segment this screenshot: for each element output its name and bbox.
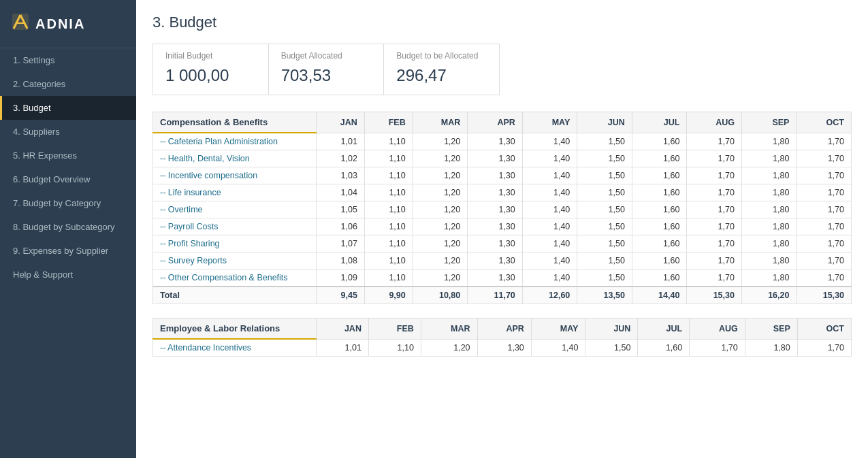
row-value: 1,70 [797,167,852,184]
table1-container-table: Compensation & BenefitsJANFEBMARAPRMAYJU… [152,112,852,304]
sidebar-item-help-support[interactable]: Help & Support [0,263,136,287]
row-value: 1,70 [687,150,742,167]
row-value: 1,10 [364,150,413,167]
table-row: -- Incentive compensation1,031,101,201,3… [153,167,852,184]
row-value: 1,40 [531,339,585,357]
row-value: 1,50 [585,339,638,357]
table-row: -- Overtime1,051,101,201,301,401,501,601… [153,201,852,218]
row-value: 1,80 [741,269,797,287]
row-value: 1,70 [797,269,852,287]
sidebar-item-hr-expenses[interactable]: 5. HR Expenses [0,144,136,167]
total-value: 10,80 [413,287,468,304]
row-value: 1,20 [413,235,468,252]
total-value: 15,30 [687,287,742,304]
row-label: -- Health, Dental, Vision [153,150,317,167]
table-row: -- Health, Dental, Vision1,021,101,201,3… [153,150,852,167]
row-label: -- Incentive compensation [153,167,317,184]
row-value: 1,05 [317,201,365,218]
row-value: 1,70 [687,167,742,184]
row-value: 1,09 [317,269,365,287]
row-label: -- Profit Sharing [153,235,317,252]
col-header-aug: AUG [687,112,742,133]
nav-list: 1. Settings2. Categories3. Budget4. Supp… [0,48,136,287]
row-value: 1,70 [797,201,852,218]
col-header-mar: MAR [413,112,468,133]
col-header-apr: APR [477,318,531,340]
sidebar-item-budget[interactable]: 3. Budget [0,96,136,120]
budget-allocated-label: Budget Allocated [281,51,372,61]
category-header: Employee & Labor Relations [153,318,317,340]
row-value: 1,10 [364,133,413,150]
row-value: 1,40 [522,269,577,287]
row-value: 1,20 [413,184,468,201]
row-value: 1,40 [522,201,577,218]
row-value: 1,70 [687,201,742,218]
row-value: 1,80 [741,167,797,184]
row-value: 1,50 [577,201,632,218]
row-label: -- Overtime [153,201,317,218]
row-value: 1,80 [741,133,797,150]
row-value: 1,10 [364,269,413,287]
row-value: 1,10 [364,218,413,235]
row-value: 1,50 [577,150,632,167]
total-value: 16,20 [741,287,797,304]
row-value: 1,30 [477,339,531,357]
col-header-may: MAY [531,318,585,340]
col-header-feb: FEB [364,112,413,133]
summary-cards: Initial Budget 1 000,00 Budget Allocated… [152,44,500,95]
col-header-jan: JAN [317,112,365,133]
col-header-oct: OCT [797,318,851,340]
row-value: 1,60 [632,167,687,184]
row-value: 1,10 [368,339,421,357]
col-header-aug: AUG [690,318,745,340]
sidebar-item-categories[interactable]: 2. Categories [0,72,136,96]
row-value: 1,60 [632,218,687,235]
row-value: 1,60 [632,269,687,287]
row-value: 1,30 [468,235,523,252]
row-value: 1,80 [741,235,797,252]
table2-container-table: Employee & Labor RelationsJANFEBMARAPRMA… [152,318,852,357]
row-value: 1,30 [468,218,523,235]
row-value: 1,60 [632,150,687,167]
col-header-jan: JAN [317,318,369,340]
row-value: 1,70 [687,133,742,150]
budget-allocated-value: 703,53 [281,66,372,85]
row-value: 1,30 [468,201,523,218]
row-value: 1,40 [522,167,577,184]
sidebar-item-suppliers[interactable]: 4. Suppliers [0,120,136,144]
total-value: 9,90 [364,287,413,304]
row-value: 1,20 [421,339,477,357]
row-value: 1,30 [468,184,523,201]
sidebar-item-budget-by-category[interactable]: 7. Budget by Category [0,191,136,215]
row-value: 1,70 [797,218,852,235]
row-value: 1,08 [317,252,365,269]
row-value: 1,30 [468,167,523,184]
row-value: 1,50 [577,184,632,201]
row-value: 1,70 [687,269,742,287]
row-value: 1,20 [413,218,468,235]
row-label: -- Attendance Incentives [153,339,317,357]
sidebar-item-budget-by-subcategory[interactable]: 8. Budget by Subcategory [0,215,136,239]
row-value: 1,40 [522,235,577,252]
col-header-jun: JUN [585,318,638,340]
total-value: 12,60 [522,287,577,304]
main-content: 3. Budget Initial Budget 1 000,00 Budget… [136,0,868,458]
row-value: 1,50 [577,167,632,184]
row-value: 1,40 [522,184,577,201]
row-value: 1,10 [364,167,413,184]
row-value: 1,10 [364,201,413,218]
sidebar-item-expenses-by-supplier[interactable]: 9. Expenses by Supplier [0,239,136,263]
table-row: -- Profit Sharing1,071,101,201,301,401,5… [153,235,852,252]
row-value: 1,10 [364,235,413,252]
row-value: 1,60 [632,201,687,218]
row-value: 1,80 [741,184,797,201]
sidebar-item-settings[interactable]: 1. Settings [0,48,136,72]
row-value: 1,20 [413,167,468,184]
total-value: 13,50 [577,287,632,304]
sidebar-item-budget-overview[interactable]: 6. Budget Overview [0,167,136,191]
row-label: -- Survey Reports [153,252,317,269]
row-value: 1,40 [522,133,577,150]
row-value: 1,04 [317,184,365,201]
row-value: 1,70 [687,218,742,235]
col-header-jun: JUN [577,112,632,133]
